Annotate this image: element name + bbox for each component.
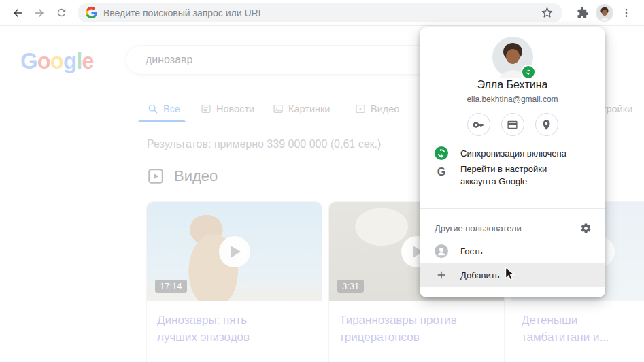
sync-badge-icon [521, 65, 536, 80]
star-icon [541, 7, 553, 18]
payments-button[interactable] [501, 113, 524, 136]
guest-item[interactable]: Гость [420, 240, 605, 263]
refresh-button[interactable] [50, 2, 72, 24]
guest-label: Гость [460, 246, 483, 257]
add-user-label: Добавить [460, 270, 499, 280]
browser-toolbar: Введите поисковый запрос или URL [0, 0, 644, 26]
account-settings-label: Перейти в настройки аккаунта Google [460, 163, 569, 188]
mouse-cursor [505, 267, 518, 284]
url-placeholder: Введите поисковый запрос или URL [103, 7, 538, 18]
key-icon [473, 119, 484, 131]
passwords-button[interactable] [467, 113, 490, 136]
plus-icon [435, 268, 448, 282]
browser-window: Введите поисковый запрос или URL Google … [0, 0, 644, 362]
address-bar[interactable]: Введите поисковый запрос или URL [78, 3, 562, 22]
puzzle-icon [577, 7, 589, 19]
bookmark-button[interactable] [538, 4, 556, 22]
avatar [596, 4, 613, 22]
profile-quick-actions [420, 113, 605, 136]
profile-menu: Элла Бехтина ella.bekhtina@gmail.com Син… [420, 27, 605, 297]
profile-avatar-button[interactable] [594, 2, 615, 24]
credit-card-icon [507, 119, 518, 131]
back-icon [12, 7, 24, 19]
location-pin-icon [541, 119, 552, 131]
guest-avatar-icon [435, 244, 448, 258]
sync-status-item[interactable]: Синхронизация включена [420, 143, 605, 163]
addresses-button[interactable] [535, 113, 558, 136]
manage-users-button[interactable] [577, 219, 594, 237]
other-users-header: Другие пользователи [435, 218, 594, 238]
forward-button[interactable] [29, 2, 50, 24]
sync-on-icon [435, 146, 448, 160]
back-button[interactable] [7, 2, 29, 24]
profile-name: Элла Бехтина [420, 79, 605, 91]
account-settings-item[interactable]: G Перейти в настройки аккаунта Google [420, 163, 605, 193]
google-g-gray-icon: G [435, 165, 448, 179]
extensions-button[interactable] [572, 2, 594, 24]
google-g-icon [86, 7, 97, 18]
forward-icon [33, 7, 46, 19]
three-dot-menu-icon [621, 7, 632, 18]
profile-email[interactable]: ella.bekhtina@gmail.com [420, 95, 605, 104]
refresh-icon [56, 7, 67, 18]
profile-avatar-large [492, 37, 533, 78]
gear-icon [580, 223, 592, 234]
other-users-label: Другие пользователи [435, 223, 522, 233]
sync-status-label: Синхронизация включена [460, 148, 566, 159]
browser-menu-button[interactable] [615, 2, 637, 24]
menu-divider [420, 208, 605, 209]
